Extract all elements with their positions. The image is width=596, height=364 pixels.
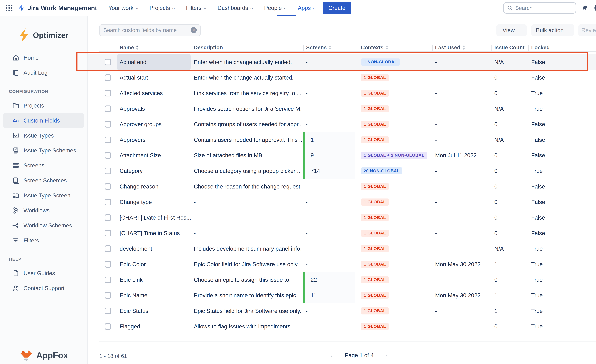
row-checkbox[interactable]: [105, 90, 111, 96]
cell-description: Allows to flag issues with impediments.: [194, 319, 302, 334]
row-checkbox[interactable]: [105, 105, 111, 112]
table-row[interactable]: Epic Status Epic Status field for Jira S…: [88, 303, 596, 319]
help-icon[interactable]: ?: [595, 4, 596, 12]
review-changes-button[interactable]: Review changes: [578, 24, 596, 36]
appfox-fox-icon: [19, 349, 33, 361]
table-row[interactable]: Epic Name Provide a short name to identi…: [88, 288, 596, 303]
sidebar-item-issue-type-screen-schemes[interactable]: Issue Type Screen Sch...: [3, 188, 84, 203]
row-checkbox[interactable]: [105, 214, 111, 221]
table-row[interactable]: Actual end Enter when the change actuall…: [88, 54, 596, 70]
row-checkbox[interactable]: [105, 277, 111, 283]
active-tab-underline: [277, 15, 296, 16]
table-row[interactable]: Category Choose a category using a popup…: [88, 163, 596, 179]
row-checkbox[interactable]: [105, 137, 111, 143]
cell-name: Epic Name: [120, 288, 191, 303]
table-row[interactable]: [CHART] Time in Status - - 1 GLOBAL - 0 …: [88, 226, 596, 241]
cell-contexts: 1 GLOBAL: [361, 226, 434, 241]
context-badge: 1 GLOBAL: [361, 105, 389, 112]
next-page-arrow-icon[interactable]: →: [382, 351, 389, 359]
app-switcher-icon[interactable]: [6, 5, 13, 11]
column-header-issue-count[interactable]: Issue Count: [494, 44, 524, 51]
nav-item-filters[interactable]: Filters⌄: [186, 5, 207, 11]
nav-item-apps[interactable]: Apps⌄: [298, 5, 316, 11]
sidebar-item-workflow-schemes[interactable]: Workflow Schemes: [3, 218, 84, 233]
cell-last-used: -: [435, 54, 493, 70]
custom-fields-search[interactable]: ✕: [99, 24, 201, 36]
column-header-last-used[interactable]: Last Used: [435, 44, 465, 51]
clear-search-icon[interactable]: ✕: [191, 27, 197, 33]
bulk-action-button[interactable]: Bulk action⌄: [531, 24, 574, 36]
sidebar-item-filters[interactable]: Filters: [3, 233, 84, 248]
row-checkbox[interactable]: [105, 152, 111, 159]
table-row[interactable]: Change reason Choose the reason for the …: [88, 179, 596, 194]
context-badge: 1 GLOBAL: [361, 74, 389, 81]
row-checkbox[interactable]: [105, 292, 111, 298]
nav-item-people[interactable]: People⌄: [264, 5, 287, 11]
row-checkbox[interactable]: [105, 323, 111, 330]
sidebar-item-issue-types[interactable]: Issue Types: [3, 128, 84, 143]
create-button[interactable]: Create: [323, 2, 351, 14]
chevron-down-icon: ⌄: [171, 6, 176, 10]
table-row[interactable]: development Includes development summary…: [88, 241, 596, 256]
chevron-down-icon: ⌄: [517, 28, 521, 32]
column-header-locked[interactable]: Locked: [531, 44, 550, 51]
custom-fields-search-input[interactable]: [103, 27, 180, 33]
nav-item-your-work[interactable]: Your work⌄: [108, 5, 139, 11]
table-row[interactable]: Approvers Contains users needed for appr…: [88, 132, 596, 148]
sidebar-item-workflows[interactable]: Workflows: [3, 203, 84, 218]
cell-name: Actual end: [120, 54, 191, 70]
sidebar-item-issue-type-schemes[interactable]: Issue Type Schemes: [3, 143, 84, 158]
table-row[interactable]: Actual start Enter when the change actua…: [88, 70, 596, 85]
global-search-input[interactable]: [515, 5, 568, 11]
column-header-contexts[interactable]: Contexts: [361, 44, 388, 51]
sidebar-item-projects[interactable]: Projects: [3, 98, 84, 113]
sidebar-item-user-guides[interactable]: User Guides: [3, 266, 84, 281]
folder-icon: [12, 102, 19, 109]
jira-brand[interactable]: Jira Work Management: [18, 4, 97, 12]
row-checkbox[interactable]: [105, 230, 111, 236]
table-row[interactable]: Attachment Size Size of attached files i…: [88, 148, 596, 163]
nav-item-projects[interactable]: Projects⌄: [149, 5, 175, 11]
column-header-description[interactable]: Description: [194, 44, 223, 51]
view-button[interactable]: View⌄: [496, 24, 527, 36]
chevron-down-icon: ⌄: [312, 6, 316, 10]
cell-contexts: 20 NON-GLOBAL: [361, 163, 434, 179]
row-checkbox[interactable]: [105, 168, 111, 174]
table-row[interactable]: Approvals Provides search options for Ji…: [88, 101, 596, 116]
notifications-bell-icon[interactable]: [582, 5, 589, 11]
table-footer: 1 - 18 of 61 ← Page 1 of 4 → Export: [88, 346, 596, 364]
sidebar-item-contact-support[interactable]: Contact Support: [3, 281, 84, 296]
row-checkbox[interactable]: [105, 245, 111, 252]
sidebar-item-home[interactable]: Home: [3, 50, 84, 65]
table-row[interactable]: Epic Link Choose an epic to assign this …: [88, 272, 596, 288]
context-badge: 1 GLOBAL + 2 NON-GLOBAL: [361, 152, 427, 159]
global-search[interactable]: [503, 2, 576, 14]
sidebar-item-audit-log[interactable]: Audit Log: [3, 65, 84, 80]
sort-ascending-icon: [136, 45, 139, 50]
row-checkbox[interactable]: [105, 59, 111, 65]
previous-page-arrow-icon[interactable]: ←: [330, 351, 336, 359]
column-header-screens[interactable]: Screens: [306, 44, 331, 51]
sidebar-item-custom-fields[interactable]: Aa Custom Fields: [3, 113, 84, 128]
cell-screens: -: [303, 319, 355, 334]
table-row[interactable]: Approver groups Contains groups of users…: [88, 116, 596, 132]
context-badge: 1 GLOBAL: [361, 214, 389, 221]
table-row[interactable]: Epic Color Epic Color field for Jira Sof…: [88, 256, 596, 272]
table-row[interactable]: [CHART] Date of First Res... - - 1 GLOBA…: [88, 210, 596, 226]
row-checkbox[interactable]: [105, 261, 111, 267]
cell-name: Category: [120, 163, 191, 179]
row-checkbox[interactable]: [105, 74, 111, 81]
row-checkbox[interactable]: [105, 183, 111, 190]
cell-last-used: -: [435, 179, 493, 194]
table-row[interactable]: Change type - - 1 GLOBAL - 0 False: [88, 194, 596, 210]
column-header-name[interactable]: Name: [120, 44, 139, 51]
sidebar-item-screens[interactable]: Screens: [3, 158, 84, 173]
row-checkbox[interactable]: [105, 308, 111, 314]
sidebar-item-screen-schemes[interactable]: Screen Schemes: [3, 173, 84, 188]
nav-item-dashboards[interactable]: Dashboards⌄: [217, 5, 253, 11]
issue-type-screen-schemes-icon: [12, 192, 19, 199]
table-row[interactable]: Flagged Allows to flag issues with imped…: [88, 319, 596, 334]
table-row[interactable]: Affected services Link services from the…: [88, 85, 596, 101]
row-checkbox[interactable]: [105, 199, 111, 205]
row-checkbox[interactable]: [105, 121, 111, 127]
